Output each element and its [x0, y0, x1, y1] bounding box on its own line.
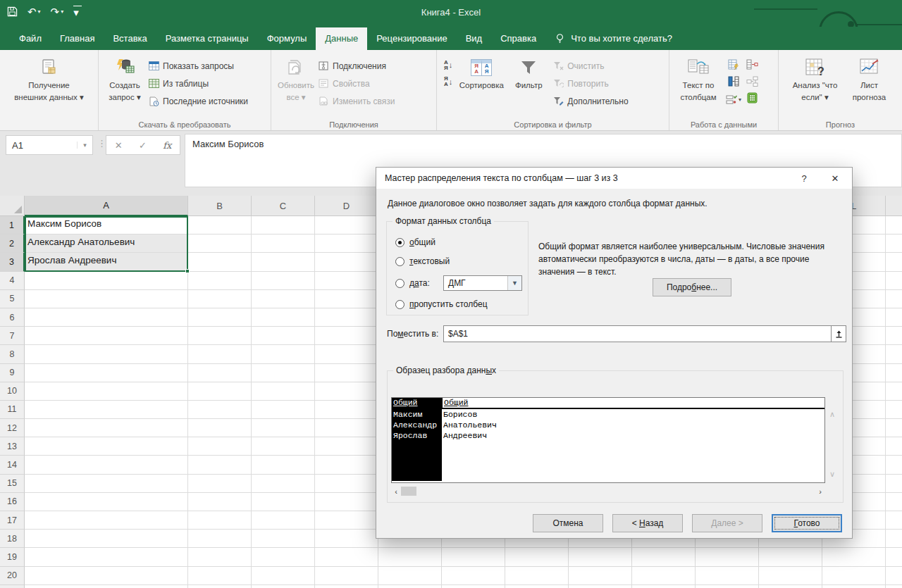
cancel-entry-icon[interactable]: ✕: [115, 140, 123, 151]
cell-D15[interactable]: [315, 475, 378, 493]
sort-za-button[interactable]: ЯА↓: [444, 76, 452, 87]
flash-fill-icon[interactable]: [728, 59, 740, 73]
show-queries-button[interactable]: Показать запросы: [148, 58, 248, 73]
consolidate-icon[interactable]: [746, 59, 758, 73]
cell-B7[interactable]: [188, 327, 252, 345]
cell-M16[interactable]: [886, 493, 902, 511]
forecast-sheet-button[interactable]: Лист прогноза: [846, 54, 893, 106]
get-external-data-button[interactable]: Получение внешних данных ▾: [11, 54, 87, 106]
cell-M10[interactable]: [886, 382, 902, 401]
filter-button[interactable]: Фильтр: [509, 54, 548, 93]
cell-A5[interactable]: [25, 290, 188, 308]
cell-D14[interactable]: [315, 456, 378, 474]
recent-sources-button[interactable]: Последние источники: [148, 94, 248, 108]
remove-duplicates-icon[interactable]: [728, 76, 740, 89]
cell-I19[interactable]: [632, 548, 696, 566]
tab-5[interactable]: Данные: [316, 27, 367, 50]
cell-B11[interactable]: [188, 401, 252, 419]
row-header-10[interactable]: 10: [0, 382, 25, 401]
clear-filter-button[interactable]: Очистить: [552, 58, 628, 73]
sort-az-button[interactable]: АЯ↓: [444, 60, 452, 70]
data-preview-table[interactable]: Общий Общий МаксимАлександрЯрослав Борис…: [391, 397, 825, 483]
row-header-5[interactable]: 5: [0, 290, 25, 308]
cell-M14[interactable]: [886, 456, 902, 474]
cell-A17[interactable]: [25, 511, 188, 530]
cell-I21[interactable]: [632, 585, 696, 588]
tab-7[interactable]: Вид: [457, 27, 492, 50]
data-validation-icon[interactable]: ▾: [726, 94, 741, 105]
cell-D12[interactable]: [315, 419, 378, 437]
cell-D7[interactable]: [315, 327, 378, 345]
cell-M21[interactable]: [886, 585, 902, 588]
cell-I20[interactable]: [632, 567, 696, 585]
row-header-19[interactable]: 19: [0, 548, 25, 566]
cell-D17[interactable]: [315, 511, 378, 530]
row-header-20[interactable]: 20: [0, 567, 25, 585]
cell-C12[interactable]: [252, 419, 315, 437]
dialog-title-bar[interactable]: Мастер распределения текста по столбцам …: [376, 168, 852, 189]
radio-text-icon[interactable]: [395, 257, 404, 266]
row-header-15[interactable]: 15: [0, 475, 25, 493]
cell-L20[interactable]: [822, 567, 886, 585]
cell-D6[interactable]: [315, 308, 378, 327]
cell-M9[interactable]: [886, 364, 902, 382]
cell-C6[interactable]: [252, 308, 315, 327]
cell-A1[interactable]: Максим Борисов: [25, 216, 188, 234]
cell-D8[interactable]: [315, 345, 378, 363]
finish-button[interactable]: Готово: [772, 514, 842, 532]
connections-button[interactable]: Подключения: [318, 58, 395, 73]
cell-L21[interactable]: [822, 585, 886, 588]
insert-function-icon[interactable]: fx: [163, 140, 171, 151]
tab-2[interactable]: Вставка: [104, 27, 156, 50]
cell-K20[interactable]: [759, 567, 822, 585]
chevron-down-icon[interactable]: ▼: [507, 276, 521, 290]
tab-8[interactable]: Справка: [491, 27, 545, 50]
next-button[interactable]: Далее >: [692, 514, 762, 532]
cell-B1[interactable]: [188, 216, 252, 234]
more-options-button[interactable]: Подробнее...: [653, 278, 731, 296]
enter-entry-icon[interactable]: ✓: [139, 140, 147, 151]
cell-D2[interactable]: [315, 234, 378, 253]
select-all-corner[interactable]: [0, 196, 25, 216]
cell-E21[interactable]: [378, 585, 442, 588]
cell-A21[interactable]: [25, 585, 188, 588]
scroll-thumb[interactable]: [401, 487, 416, 496]
scroll-left-icon[interactable]: ‹: [391, 487, 401, 496]
cell-A7[interactable]: [25, 327, 188, 345]
cell-A9[interactable]: [25, 364, 188, 382]
cell-M6[interactable]: [886, 308, 902, 327]
radio-text[interactable]: текстовый: [395, 256, 450, 266]
cell-F19[interactable]: [442, 548, 505, 566]
tab-1[interactable]: Главная: [51, 27, 104, 50]
row-header-14[interactable]: 14: [0, 456, 25, 474]
cell-M20[interactable]: [886, 567, 902, 585]
cell-C5[interactable]: [252, 290, 315, 308]
cell-K19[interactable]: [759, 548, 822, 566]
row-header-16[interactable]: 16: [0, 493, 25, 511]
cell-H19[interactable]: [569, 548, 632, 566]
row-header-12[interactable]: 12: [0, 419, 25, 437]
cell-M13[interactable]: [886, 437, 902, 456]
cell-F21[interactable]: [442, 585, 505, 588]
cell-C15[interactable]: [252, 475, 315, 493]
cell-C17[interactable]: [252, 511, 315, 530]
radio-general-icon[interactable]: [395, 238, 404, 247]
cell-B18[interactable]: [188, 530, 252, 548]
row-header-1[interactable]: 1: [0, 216, 25, 234]
cell-B2[interactable]: [188, 234, 252, 253]
preview-horizontal-scrollbar[interactable]: ‹ ›: [391, 486, 825, 496]
cell-J20[interactable]: [696, 567, 759, 585]
cell-B6[interactable]: [188, 308, 252, 327]
cell-A13[interactable]: [25, 437, 188, 456]
cell-C2[interactable]: [252, 234, 315, 253]
cell-A2[interactable]: Александр Анатольевич: [25, 234, 188, 253]
cell-D16[interactable]: [315, 493, 378, 511]
radio-skip-column[interactable]: пропустить столбец: [395, 299, 488, 309]
cell-B15[interactable]: [188, 475, 252, 493]
sort-button[interactable]: ЯААЯ Сортировка: [454, 54, 509, 93]
cell-B4[interactable]: [188, 272, 252, 290]
cell-M11[interactable]: [886, 401, 902, 419]
scroll-down-icon[interactable]: ∨: [829, 470, 835, 479]
tab-3[interactable]: Разметка страницы: [156, 27, 258, 50]
cell-A18[interactable]: [25, 530, 188, 548]
